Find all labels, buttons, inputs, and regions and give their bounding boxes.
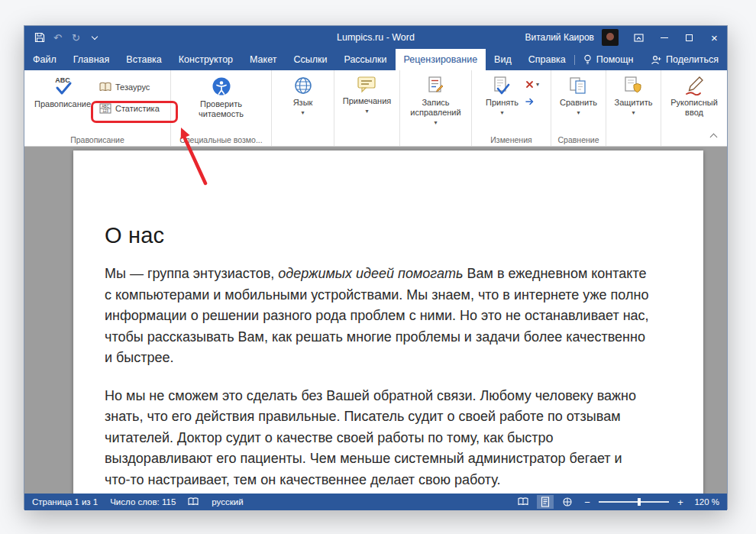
document-area[interactable]: О нас Мы — группа энтузиастов, одержимых…	[24, 147, 727, 494]
thesaurus-button[interactable]: Тезаурус	[96, 80, 163, 94]
dropdown-arrow-icon: ▾	[365, 108, 368, 115]
ink-label: Рукописный ввод	[667, 98, 722, 118]
accept-button[interactable]: Принять ▾	[483, 73, 522, 116]
compare-icon	[568, 76, 588, 95]
ribbon-group-protect: Защитить ▾	[606, 70, 661, 146]
dropdown-arrow-icon: ▾	[577, 110, 580, 116]
dropdown-arrow-icon: ▾	[500, 110, 503, 116]
dropdown-arrow-icon: ▾	[434, 120, 437, 126]
language-button[interactable]: Язык ▾	[290, 73, 316, 116]
comment-icon	[357, 76, 376, 94]
lightbulb-icon	[583, 54, 592, 65]
zoom-level[interactable]: 120 %	[692, 497, 719, 506]
share-label: Поделиться	[666, 54, 719, 65]
save-button[interactable]	[31, 28, 47, 47]
ribbon-group-compare: Сравнить ▾ Сравнение	[551, 70, 606, 146]
dropdown-arrow-icon: ▾	[632, 110, 635, 116]
quick-access-toolbar: ↶ ↻	[24, 28, 102, 47]
dropdown-arrow-icon: ▾	[301, 110, 304, 116]
chevron-down-icon	[91, 33, 97, 39]
user-name[interactable]: Виталий Каиров	[525, 32, 594, 43]
maximize-button[interactable]	[677, 26, 702, 49]
document-heading: О нас	[105, 223, 650, 248]
word-count[interactable]: Число слов: 115	[110, 497, 176, 506]
document-paragraph: Мы — группа энтузиастов, одержимых идеей…	[105, 264, 650, 369]
assistant-button[interactable]: Помощн	[575, 49, 642, 70]
print-layout-button[interactable]	[537, 495, 554, 509]
thesaurus-icon	[99, 82, 111, 92]
statistics-button[interactable]: ABC123 Статистика	[96, 102, 163, 115]
minimize-button[interactable]	[651, 26, 677, 49]
proofing-status-button[interactable]	[188, 497, 199, 506]
group-label-proofing: Правописание	[24, 135, 170, 144]
print-layout-icon	[541, 497, 550, 507]
globe-icon	[293, 76, 313, 95]
protect-shield-icon	[623, 76, 643, 95]
maximize-icon	[686, 34, 693, 41]
tab-mailings[interactable]: Рассылки	[335, 49, 395, 70]
check-readability-label: Проверить читаемость	[194, 99, 249, 119]
ink-button[interactable]: Рукописный ввод	[664, 73, 725, 118]
statistics-icon: ABC123	[99, 103, 111, 114]
track-changes-label: Запись исправлений	[409, 98, 464, 118]
spelling-button[interactable]: ABC Правописание	[32, 73, 93, 115]
tab-view[interactable]: Вид	[486, 49, 520, 70]
redo-button[interactable]: ↻	[68, 28, 84, 47]
tab-insert[interactable]: Вставка	[118, 49, 170, 70]
undo-icon: ↶	[53, 32, 62, 44]
collapse-ribbon-button[interactable]	[706, 130, 721, 142]
ribbon-group-language: Язык ▾	[272, 70, 334, 146]
language-label: Язык	[293, 98, 313, 108]
undo-button[interactable]: ↶	[50, 28, 66, 47]
tab-home[interactable]: Главная	[65, 49, 118, 70]
tab-review[interactable]: Рецензирование	[396, 49, 486, 70]
assistant-label: Помощн	[596, 54, 634, 65]
redo-icon: ↻	[72, 32, 80, 44]
page-indicator[interactable]: Страница 1 из 1	[32, 497, 98, 506]
zoom-out-button[interactable]: −	[581, 497, 593, 508]
document-page[interactable]: О нас Мы — группа энтузиастов, одержимых…	[73, 150, 703, 494]
dropdown-arrow-icon: ▾	[536, 81, 539, 88]
word-window: ↶ ↻ Lumpics.ru - Word Виталий Каиров × Ф…	[24, 25, 728, 510]
changes-ministack: ▾	[524, 79, 540, 116]
group-label-accessibility: Специальные возмо...	[171, 135, 271, 144]
group-label-changes: Изменения	[472, 135, 551, 144]
ribbon-display-options-button[interactable]	[626, 26, 651, 49]
check-readability-button[interactable]: Проверить читаемость	[191, 73, 252, 119]
tab-design[interactable]: Конструктор	[170, 49, 241, 70]
read-mode-icon	[518, 497, 529, 506]
titlebar-right: Виталий Каиров ×	[525, 26, 727, 49]
next-change-button[interactable]	[524, 96, 540, 107]
read-mode-button[interactable]	[515, 495, 531, 509]
status-bar: Страница 1 из 1 Число слов: 115 русский …	[24, 494, 727, 510]
customize-qat-button[interactable]	[86, 28, 102, 47]
comments-button[interactable]: Примечания ▾	[340, 73, 395, 115]
tab-references[interactable]: Ссылки	[285, 49, 335, 70]
ink-pen-icon	[684, 76, 704, 95]
protect-button[interactable]: Защитить ▾	[612, 73, 656, 116]
proofing-stack: Тезаурус ABC123 Статистика	[96, 80, 163, 115]
save-icon	[34, 32, 45, 43]
track-changes-icon	[426, 76, 446, 95]
tab-layout[interactable]: Макет	[241, 49, 285, 70]
compare-button[interactable]: Сравнить ▾	[557, 73, 600, 116]
web-layout-button[interactable]	[559, 495, 576, 509]
close-button[interactable]: ×	[702, 26, 727, 49]
tab-help[interactable]: Справка	[520, 49, 574, 70]
zoom-slider-thumb[interactable]	[638, 498, 641, 506]
svg-text:123: 123	[102, 109, 108, 113]
user-avatar[interactable]	[602, 29, 619, 46]
zoom-slider[interactable]	[599, 501, 669, 503]
share-button[interactable]: Поделиться	[642, 49, 727, 70]
italic-text: одержимых идеей помогать	[278, 266, 463, 281]
ribbon-group-comments: Примечания ▾	[334, 70, 400, 146]
language-indicator[interactable]: русский	[212, 497, 243, 506]
group-label-compare: Сравнение	[551, 135, 606, 144]
ribbon-display-options-icon	[634, 33, 644, 43]
reject-button[interactable]: ▾	[524, 79, 540, 90]
zoom-in-button[interactable]: +	[674, 497, 687, 508]
track-changes-button[interactable]: Запись исправлений ▾	[405, 73, 467, 126]
ribbon-group-proofing: ABC Правописание Тезаурус ABC123 Статист…	[24, 70, 171, 146]
chevron-up-icon	[709, 134, 717, 141]
tab-file[interactable]: Файл	[24, 49, 65, 70]
